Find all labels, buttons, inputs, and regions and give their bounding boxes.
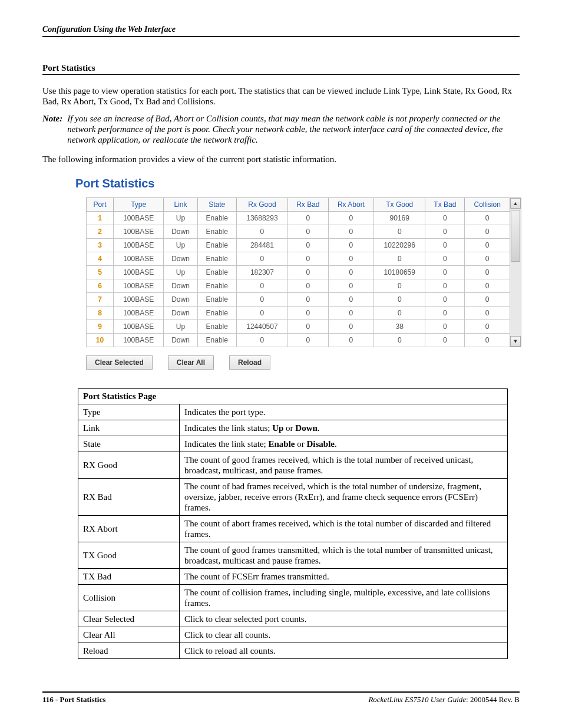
definition-term: Reload [78, 643, 180, 658]
stats-table: PortTypeLinkStateRx GoodRx BadRx AbortTx… [86, 197, 510, 347]
definition-row: RX GoodThe count of good frames received… [78, 452, 508, 478]
note-block: Note: If you see an increase of Bad, Abo… [42, 113, 520, 146]
definition-row: Clear AllClick to clear all counts. [78, 627, 508, 643]
definition-row: TypeIndicates the port type. [78, 404, 508, 420]
stat-cell: 100BASE [113, 225, 163, 238]
table-row[interactable]: 2100BASEDownEnable000000 [87, 225, 510, 238]
definition-term: Clear Selected [78, 611, 180, 627]
stat-cell: 100BASE [113, 211, 163, 225]
scroll-track[interactable] [510, 209, 521, 336]
definition-desc: Indicates the link status; Up or Down. [180, 420, 508, 436]
stat-cell: Down [164, 333, 197, 347]
stat-cell: 284481 [236, 238, 287, 252]
definition-desc: The count of good frames received, which… [180, 452, 508, 478]
stat-cell: 0 [328, 306, 373, 319]
stat-cell: 0 [287, 306, 328, 319]
scroll-down-icon[interactable]: ▼ [510, 336, 521, 347]
definition-desc: The count of abort frames received, whic… [180, 515, 508, 542]
stat-cell: 0 [236, 333, 287, 347]
stat-cell: 0 [465, 333, 510, 347]
stat-cell: 0 [465, 319, 510, 333]
reload-button[interactable]: Reload [229, 355, 270, 370]
stat-cell: 0 [287, 333, 328, 347]
definition-row: RX AbortThe count of abort frames receiv… [78, 515, 508, 542]
definition-desc: Click to clear selected port counts. [180, 611, 508, 627]
scroll-thumb[interactable] [511, 210, 520, 262]
scroll-up-icon[interactable]: ▲ [510, 198, 521, 209]
port-cell: 9 [87, 319, 114, 333]
stat-cell: 12440507 [236, 319, 287, 333]
stat-cell: 0 [374, 306, 425, 319]
table-row[interactable]: 1100BASEUpEnable13688293009016900 [87, 211, 510, 225]
stat-cell: 0 [374, 292, 425, 306]
definition-term: Type [78, 404, 180, 420]
stat-cell: 0 [328, 333, 373, 347]
definition-term: TX Good [78, 542, 180, 568]
stat-cell: 100BASE [113, 252, 163, 265]
definitions-title: Port Statistics Page [78, 388, 508, 404]
table-row[interactable]: 9100BASEUpEnable12440507003800 [87, 319, 510, 333]
stat-cell: 0 [465, 225, 510, 238]
table-row[interactable]: 6100BASEDownEnable000000 [87, 279, 510, 292]
stat-cell: 0 [425, 211, 465, 225]
stat-cell: 0 [425, 306, 465, 319]
definition-row: Clear SelectedClick to clear selected po… [78, 611, 508, 627]
definition-row: StateIndicates the link state; Enable or… [78, 436, 508, 452]
stats-column-header: Type [113, 197, 163, 211]
stat-cell: 100BASE [113, 265, 163, 279]
section-heading: Port Statistics [42, 63, 520, 75]
definition-desc: Indicates the link state; Enable or Disa… [180, 436, 508, 452]
definition-term: State [78, 436, 180, 452]
stat-cell: 0 [287, 265, 328, 279]
stat-cell: 0 [425, 333, 465, 347]
stats-column-header: Tx Good [374, 197, 425, 211]
definition-term: RX Abort [78, 515, 180, 542]
definition-desc: The count of bad frames received, which … [180, 478, 508, 515]
clear-all-button[interactable]: Clear All [168, 355, 214, 370]
stat-cell: 0 [236, 225, 287, 238]
stat-cell: 100BASE [113, 279, 163, 292]
stat-cell: 0 [328, 238, 373, 252]
footer-right: RocketLinx ES7510 User Guide: 2000544 Re… [368, 695, 520, 704]
stat-cell: 0 [425, 252, 465, 265]
stat-cell: 100BASE [113, 319, 163, 333]
table-scrollbar[interactable]: ▲ ▼ [510, 197, 521, 347]
stat-cell: 0 [328, 225, 373, 238]
note-text: If you see an increase of Bad, Abort or … [67, 113, 520, 146]
definition-term: Link [78, 420, 180, 436]
stat-cell: 10220296 [374, 238, 425, 252]
table-row[interactable]: 3100BASEUpEnable284481001022029600 [87, 238, 510, 252]
panel-title: Port Statistics [75, 177, 520, 190]
table-row[interactable]: 5100BASEUpEnable182307001018065900 [87, 265, 510, 279]
page-footer: 116 - Port Statistics RocketLinx ES7510 … [42, 691, 520, 704]
stat-cell: 0 [465, 265, 510, 279]
stat-cell: 0 [425, 279, 465, 292]
port-cell: 5 [87, 265, 114, 279]
stat-cell: Enable [197, 265, 236, 279]
stat-cell: Enable [197, 279, 236, 292]
stats-column-header: Collision [465, 197, 510, 211]
stat-cell: 0 [236, 292, 287, 306]
definition-row: TX BadThe count of FCSErr frames transmi… [78, 568, 508, 584]
definition-desc: The count of collision frames, including… [180, 584, 508, 611]
stat-cell: 0 [287, 238, 328, 252]
stat-cell: 100BASE [113, 333, 163, 347]
stat-cell: 0 [287, 319, 328, 333]
stats-column-header: Rx Good [236, 197, 287, 211]
port-cell: 6 [87, 279, 114, 292]
clear-selected-button[interactable]: Clear Selected [86, 355, 153, 370]
stat-cell: Up [164, 319, 197, 333]
running-header: Configuration Using the Web Interface [42, 25, 520, 37]
definitions-table: Port Statistics Page TypeIndicates the p… [78, 388, 508, 659]
stat-cell: 0 [425, 265, 465, 279]
stat-cell: 0 [425, 292, 465, 306]
table-row[interactable]: 7100BASEDownEnable000000 [87, 292, 510, 306]
stat-cell: 13688293 [236, 211, 287, 225]
table-row[interactable]: 8100BASEDownEnable000000 [87, 306, 510, 319]
stat-cell: 0 [374, 225, 425, 238]
table-row[interactable]: 10100BASEDownEnable000000 [87, 333, 510, 347]
stat-cell: 100BASE [113, 306, 163, 319]
stat-cell: 0 [465, 306, 510, 319]
table-row[interactable]: 4100BASEDownEnable000000 [87, 252, 510, 265]
definition-row: LinkIndicates the link status; Up or Dow… [78, 420, 508, 436]
